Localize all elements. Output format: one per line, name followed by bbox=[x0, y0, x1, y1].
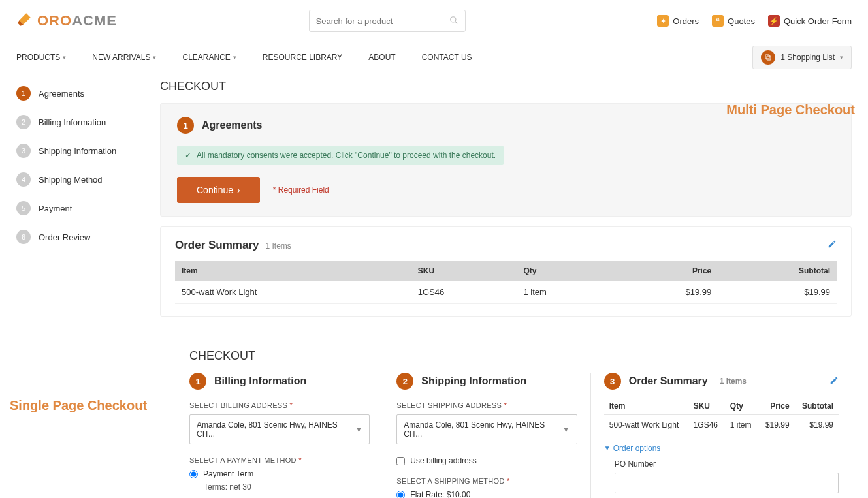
edit-icon[interactable] bbox=[828, 240, 837, 251]
edit-icon[interactable] bbox=[829, 376, 839, 387]
annotation-multi-page: Multi Page Checkout bbox=[726, 102, 855, 117]
step-label: Billing Information bbox=[39, 117, 106, 127]
step-label: Payment bbox=[39, 204, 72, 213]
payment-method-label: SELECT A PAYMENT METHOD * bbox=[189, 456, 370, 464]
order-summary-count: 1 Items bbox=[266, 241, 291, 251]
payment-terms-text: Terms: net 30 bbox=[204, 482, 370, 491]
search-input[interactable] bbox=[316, 16, 449, 26]
payment-term-label: Payment Term bbox=[203, 469, 253, 478]
continue-button[interactable]: Continue› bbox=[177, 177, 260, 203]
nav-products[interactable]: PRODUCTS▾ bbox=[16, 53, 66, 62]
section-number: 1 bbox=[189, 373, 206, 390]
shipping-method-label: SELECT A SHIPPING METHOD * bbox=[396, 477, 577, 485]
caret-down-icon: ▼ bbox=[355, 425, 362, 434]
svg-rect-3 bbox=[765, 55, 769, 59]
caret-down-icon: ▼ bbox=[562, 425, 570, 434]
shopping-list-label: 1 Shopping List bbox=[780, 53, 835, 62]
nav-resource-library[interactable]: RESOURCE LIBRARY bbox=[263, 53, 342, 62]
step-label: Shipping Information bbox=[39, 146, 116, 156]
cell-qty: 1 item bbox=[517, 281, 613, 304]
col-price: Price bbox=[614, 261, 718, 281]
chevron-down-icon: ▾ bbox=[840, 54, 843, 61]
copy-icon bbox=[761, 50, 775, 65]
quotes-label: Quotes bbox=[728, 16, 755, 26]
cell-subtotal: $19.99 bbox=[795, 415, 839, 435]
step-number: 1 bbox=[16, 86, 31, 101]
step-payment[interactable]: 5 Payment bbox=[16, 201, 147, 215]
panel-title: Agreements bbox=[202, 119, 262, 131]
section-number: 3 bbox=[604, 373, 621, 390]
nav-about[interactable]: ABOUT bbox=[368, 53, 395, 62]
checkout-title: CHECKOUT bbox=[189, 349, 852, 363]
nav-contact[interactable]: CONTACT US bbox=[422, 53, 472, 62]
nav-new-arrivals[interactable]: NEW ARRIVALS▾ bbox=[92, 53, 156, 62]
quick-order-icon: ⚡ bbox=[768, 15, 780, 27]
annotation-single-page: Single Page Checkout bbox=[10, 398, 147, 413]
quotes-icon: ❝ bbox=[712, 15, 724, 27]
shipping-address-value: Amanda Cole, 801 Scenic Hwy, HAINES CIT.… bbox=[404, 420, 562, 439]
order-summary-table: Item SKU Qty Price Subtotal 500-watt Wor… bbox=[175, 261, 837, 304]
svg-rect-2 bbox=[767, 56, 771, 60]
chevron-down-icon: ▾ bbox=[63, 54, 66, 61]
quotes-link[interactable]: ❝ Quotes bbox=[712, 15, 755, 27]
order-summary-title: Order Summary bbox=[629, 375, 708, 387]
use-billing-checkbox[interactable]: Use billing address bbox=[396, 456, 577, 465]
cell-price: $19.99 bbox=[758, 415, 794, 435]
step-number: 4 bbox=[16, 172, 31, 187]
step-shipping-info[interactable]: 3 Shipping Information bbox=[16, 144, 147, 158]
col-qty: Qty bbox=[517, 261, 613, 281]
consent-alert: ✓ All mandatory consents were accepted. … bbox=[177, 146, 504, 165]
check-icon: ✓ bbox=[185, 151, 191, 160]
orders-link[interactable]: ✦ Orders bbox=[657, 15, 699, 27]
use-billing-checkbox-input[interactable] bbox=[396, 457, 405, 465]
shopping-list-button[interactable]: 1 Shopping List ▾ bbox=[752, 46, 852, 69]
svg-point-0 bbox=[450, 16, 455, 22]
order-summary-table: Item SKU Qty Price Subtotal 500-watt Wor… bbox=[604, 397, 839, 435]
step-label: Agreements bbox=[39, 89, 84, 99]
alert-text: All mandatory consents were accepted. Cl… bbox=[197, 151, 496, 160]
flat-rate-label: Flat Rate: $10.00 bbox=[410, 490, 470, 498]
chevron-right-icon: › bbox=[237, 185, 240, 195]
order-options-label: Order options bbox=[613, 444, 661, 453]
cell-subtotal: $19.99 bbox=[718, 281, 837, 304]
logo[interactable]: OROACME bbox=[16, 10, 117, 31]
payment-term-radio[interactable]: Payment Term bbox=[189, 469, 370, 478]
order-summary-title: Order Summary bbox=[175, 239, 259, 252]
po-number-label: PO Number bbox=[615, 459, 839, 469]
payment-term-radio-input[interactable] bbox=[189, 470, 198, 478]
col-subtotal: Subtotal bbox=[795, 397, 839, 415]
billing-address-select[interactable]: Amanda Cole, 801 Scenic Hwy, HAINES CIT.… bbox=[189, 414, 370, 444]
flat-rate-radio-input[interactable] bbox=[396, 491, 405, 499]
cell-qty: 1 item bbox=[725, 415, 758, 435]
po-number-input[interactable] bbox=[615, 473, 839, 493]
svg-line-1 bbox=[455, 21, 457, 23]
shipping-address-select[interactable]: Amanda Cole, 801 Scenic Hwy, HAINES CIT.… bbox=[396, 414, 577, 444]
cell-price: $19.99 bbox=[614, 281, 718, 304]
caret-down-icon: ▼ bbox=[604, 444, 611, 452]
step-number: 3 bbox=[16, 144, 31, 158]
billing-address-value: Amanda Cole, 801 Scenic Hwy, HAINES CIT.… bbox=[197, 420, 355, 439]
billing-section-title: Billing Information bbox=[214, 375, 306, 387]
orders-label: Orders bbox=[673, 16, 699, 26]
order-options-toggle[interactable]: ▼ Order options bbox=[604, 444, 661, 453]
cell-item: 500-watt Work Light bbox=[604, 415, 688, 435]
step-billing[interactable]: 2 Billing Information bbox=[16, 115, 147, 129]
search-box[interactable] bbox=[309, 10, 466, 32]
col-price: Price bbox=[758, 397, 794, 415]
checkout-title: CHECKOUT bbox=[160, 80, 852, 93]
quick-order-label: Quick Order Form bbox=[784, 16, 852, 26]
section-number: 2 bbox=[396, 373, 413, 390]
required-field-note: * Required Field bbox=[273, 185, 329, 195]
step-agreements[interactable]: 1 Agreements bbox=[16, 86, 147, 101]
step-shipping-method[interactable]: 4 Shipping Method bbox=[16, 172, 147, 187]
search-icon[interactable] bbox=[449, 16, 458, 27]
step-number: 2 bbox=[16, 115, 31, 129]
col-item: Item bbox=[604, 397, 688, 415]
flat-rate-radio[interactable]: Flat Rate: $10.00 bbox=[396, 490, 577, 498]
billing-address-label: SELECT BILLING ADDRESS * bbox=[189, 401, 370, 409]
quick-order-link[interactable]: ⚡ Quick Order Form bbox=[768, 15, 852, 27]
nav-clearance[interactable]: CLEARANCE▾ bbox=[182, 53, 236, 62]
step-order-review[interactable]: 6 Order Review bbox=[16, 230, 147, 244]
logo-text-1: ORO bbox=[37, 12, 72, 29]
chevron-down-icon: ▾ bbox=[233, 54, 236, 61]
